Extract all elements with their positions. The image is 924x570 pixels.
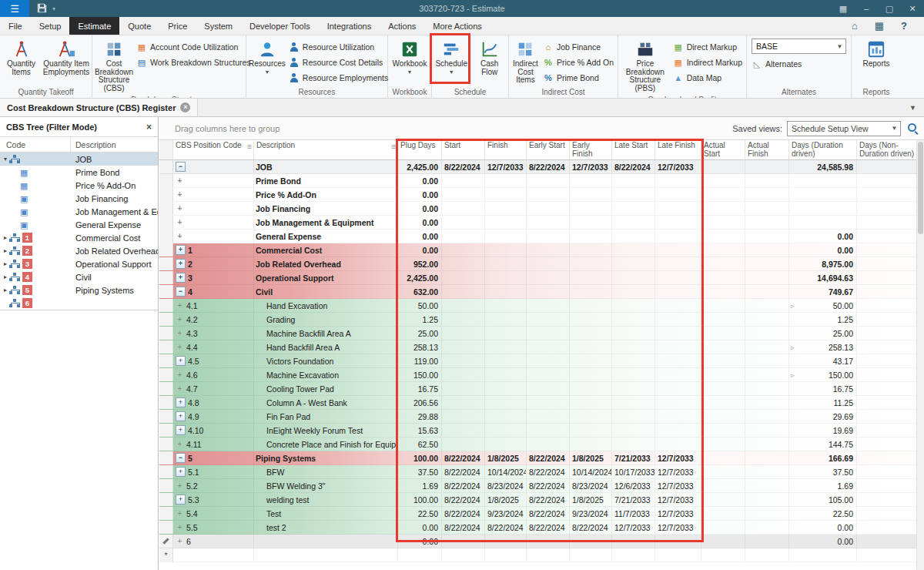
cell-actual-start[interactable] <box>701 285 745 298</box>
expand-icon[interactable]: + <box>176 467 186 477</box>
cell-actual-start[interactable] <box>701 451 745 464</box>
cell-late-start[interactable] <box>612 216 655 229</box>
cell-early-finish[interactable] <box>570 424 612 437</box>
cell-actual-finish[interactable] <box>745 313 789 326</box>
expand-icon[interactable]: + <box>176 245 186 255</box>
cell-start[interactable] <box>442 410 485 423</box>
cell-plug-days[interactable]: 16.75 <box>398 382 442 395</box>
cell-actual-finish[interactable] <box>745 396 789 409</box>
cell-days-non-duration-driven[interactable] <box>857 354 916 367</box>
cell-description[interactable]: Piping Systems <box>254 451 398 464</box>
cell-position-code[interactable]: +1 <box>173 243 254 256</box>
cell-late-finish[interactable]: 12/7/2033 <box>655 465 701 478</box>
cell-start[interactable] <box>442 188 485 201</box>
cell-actual-start[interactable] <box>701 479 745 492</box>
cell-description[interactable]: welding test <box>254 493 398 506</box>
tree-row[interactable]: ▣Job Financing <box>0 192 158 205</box>
cell-actual-finish[interactable] <box>745 451 789 464</box>
cell-early-finish[interactable] <box>570 285 612 298</box>
cell-description[interactable]: Machine Excavation <box>254 368 398 381</box>
grid-row[interactable]: −JOB2,425.008/22/202412/7/20338/22/20241… <box>159 160 916 174</box>
cell-late-start[interactable] <box>612 202 655 215</box>
grid-row[interactable]: +4.9Fin Fan Pad29.8829.69 <box>159 410 916 424</box>
cell-start[interactable] <box>442 174 485 187</box>
expand-icon[interactable]: + <box>176 301 184 310</box>
scrollbar-thumb[interactable] <box>918 142 923 234</box>
cell-start[interactable] <box>442 271 485 284</box>
cell-days-duration-driven[interactable]: 37.50 <box>789 465 857 478</box>
cell-days-duration-driven[interactable]: 16.75 <box>789 382 857 395</box>
alternates-combo[interactable]: BASE ▼ <box>752 39 846 54</box>
cell-plug-days[interactable]: 50.00 <box>398 299 442 312</box>
cell-position-code[interactable]: + <box>173 216 254 229</box>
column-header[interactable]: Days (Non-Duration driven) <box>857 140 916 159</box>
close-button[interactable]: ✕ <box>901 0 924 17</box>
grid-row[interactable]: +4.10InEight Weekly Forum Test15.6319.69 <box>159 424 916 438</box>
cell-plug-days[interactable]: 0.00 <box>398 174 442 187</box>
cell-description[interactable]: Prime Bond <box>254 174 398 187</box>
cell-position-code[interactable]: +4.2 <box>173 313 254 326</box>
cell-early-start[interactable] <box>527 410 570 423</box>
expand-icon[interactable]: ▸ <box>2 234 9 241</box>
cell-days-duration-driven[interactable]: 0.00 <box>789 521 857 534</box>
cell-start[interactable] <box>442 243 485 256</box>
cell-position-code[interactable]: +2 <box>173 257 254 270</box>
column-header[interactable]: Plug Days <box>398 140 442 159</box>
help-icon[interactable]: ? <box>898 20 910 32</box>
cell-early-finish[interactable] <box>570 202 612 215</box>
cell-late-start[interactable] <box>612 340 655 354</box>
cell-early-finish[interactable]: 1/8/2025 <box>570 451 612 464</box>
cell-early-finish[interactable] <box>570 174 612 187</box>
cell-actual-finish[interactable] <box>745 188 789 201</box>
cell-days-duration-driven[interactable] <box>789 174 857 187</box>
cell-late-start[interactable] <box>612 382 655 395</box>
grid-row[interactable]: +4.11Concrete Place and Finish for Equip… <box>159 438 916 451</box>
grid-row[interactable]: +4.3Machine Backfill Area A25.0025.00 <box>159 327 916 340</box>
cell-late-start[interactable]: 7/21/2033 <box>612 451 655 464</box>
tree-row[interactable]: ▾JOB <box>0 153 158 166</box>
cell-early-start[interactable] <box>527 230 570 243</box>
app-menu-button[interactable]: ☰ <box>0 0 29 17</box>
cell-early-start[interactable] <box>527 271 570 284</box>
expand-icon[interactable]: + <box>176 537 184 545</box>
cell-late-start[interactable] <box>612 327 655 340</box>
expand-icon[interactable]: ▸ <box>2 247 9 254</box>
cell-finish[interactable]: 9/23/2024 <box>485 507 527 520</box>
tree-row[interactable]: ▣General Expense <box>0 218 158 231</box>
expand-icon[interactable]: + <box>176 259 186 269</box>
panel-close-icon[interactable]: × <box>146 122 152 132</box>
grid-row[interactable]: +3Operational Support2,425.0014,694.63 <box>159 271 916 285</box>
cell-early-finish[interactable] <box>570 382 612 395</box>
cell-actual-finish[interactable] <box>745 299 789 312</box>
cell-finish[interactable] <box>485 548 527 562</box>
cell-plug-days[interactable]: 119.00 <box>398 354 442 367</box>
tab-cbs-register[interactable]: Cost Breakdown Structure (CBS) Register … <box>0 99 198 116</box>
cell-early-start[interactable]: 8/22/2024 <box>527 507 570 520</box>
cell-actual-start[interactable] <box>701 548 745 562</box>
cell-description[interactable]: Grading <box>254 313 398 326</box>
price-breakdown-structure-button[interactable]: Price Breakdown Structure (PBS) <box>620 37 671 94</box>
cell-days-non-duration-driven[interactable] <box>857 174 916 187</box>
indirect-markup-button[interactable]: ▦ Indirect Markup <box>671 55 745 70</box>
cell-early-finish[interactable] <box>570 257 612 270</box>
cell-actual-finish[interactable] <box>745 271 789 284</box>
cell-actual-start[interactable] <box>701 382 745 395</box>
grid-row[interactable]: −5Piping Systems100.008/22/20241/8/20258… <box>159 451 916 465</box>
grid-row[interactable]: +Prime Bond0.00 <box>159 174 916 188</box>
expand-icon[interactable]: + <box>176 481 184 490</box>
cell-late-start[interactable] <box>612 243 655 256</box>
cell-description[interactable]: Column A - West Bank <box>254 396 398 409</box>
workbook-button[interactable]: Workbook ▼ <box>390 37 430 77</box>
tab-close-icon[interactable]: × <box>180 102 190 112</box>
cell-position-code[interactable]: −5 <box>173 451 254 464</box>
cell-late-start[interactable] <box>612 188 655 201</box>
cell-early-start[interactable]: 8/22/2024 <box>527 479 570 492</box>
expand-icon[interactable]: + <box>176 384 184 393</box>
cell-position-code[interactable]: +6 <box>173 535 254 548</box>
expand-icon[interactable]: + <box>176 273 186 283</box>
direct-markup-button[interactable]: ▦ Direct Markup <box>671 39 745 55</box>
cell-plug-days[interactable]: 0.00 <box>398 188 442 201</box>
grid-row[interactable]: +60.000.00 <box>159 535 916 548</box>
cell-actual-start[interactable] <box>701 493 745 506</box>
grid-row[interactable]: +4.4Hand Backfill Area A258.13▹258.13 <box>159 340 916 354</box>
